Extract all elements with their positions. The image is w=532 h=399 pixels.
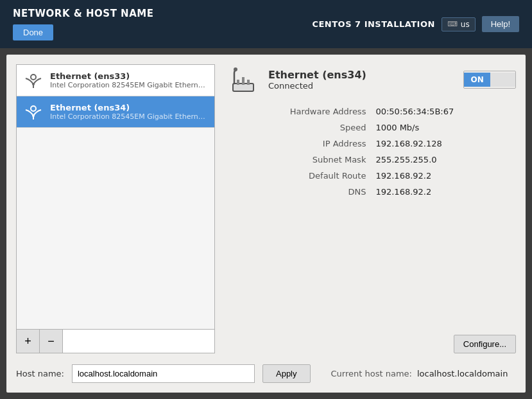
- speed-label: Speed: [228, 121, 366, 134]
- svg-rect-7: [247, 80, 250, 85]
- keyboard-icon: ⌨: [447, 20, 458, 28]
- hostname-input[interactable]: [72, 364, 255, 383]
- add-interface-button[interactable]: +: [17, 330, 40, 353]
- help-button[interactable]: Help!: [482, 16, 519, 32]
- list-buttons: + −: [17, 329, 214, 353]
- page-title: NETWORK & HOST NAME: [13, 8, 153, 19]
- hostname-bar: Host name: Apply Current host name: loca…: [16, 361, 516, 383]
- svg-rect-5: [237, 80, 239, 85]
- default-route-label: Default Route: [228, 169, 366, 182]
- details-interface-name: Ethernet (ens34): [268, 69, 454, 81]
- hardware-address-value: 00:50:56:34:5B:67: [375, 105, 516, 118]
- remove-interface-button[interactable]: −: [40, 330, 63, 353]
- network-icon-ens33: [23, 70, 44, 91]
- title-bar: NETWORK & HOST NAME Done CENTOS 7 INSTAL…: [0, 0, 532, 48]
- svg-point-3: [32, 114, 35, 117]
- interface-info-ens33: Ethernet (ens33) Intel Corporation 82545…: [50, 71, 208, 89]
- toggle-on-label: ON: [464, 73, 490, 87]
- interface-info-ens34: Ethernet (ens34) Intel Corporation 82545…: [50, 103, 208, 121]
- interface-desc-ens33: Intel Corporation 82545EM Gigabit Ethern…: [50, 81, 208, 89]
- details-title-group: Ethernet (ens34) Connected: [268, 69, 454, 91]
- interfaces-panel: Ethernet (ens33) Intel Corporation 82545…: [16, 64, 215, 353]
- svg-point-0: [31, 75, 36, 80]
- hostname-label: Host name:: [16, 369, 64, 378]
- keyboard-layout: us: [461, 20, 470, 29]
- subnet-mask-value: 255.255.255.0: [375, 153, 516, 166]
- details-bottom: Configure...: [228, 335, 516, 353]
- network-icon-ens34: [23, 102, 44, 122]
- apply-button[interactable]: Apply: [262, 364, 311, 383]
- toggle-off-area: [490, 73, 515, 87]
- title-bar-left: NETWORK & HOST NAME Done: [13, 8, 153, 40]
- hardware-address-label: Hardware Address: [228, 105, 366, 118]
- interface-item-ens34[interactable]: Ethernet (ens34) Intel Corporation 82545…: [17, 96, 214, 128]
- current-hostname-value: localhost.localdomain: [417, 369, 508, 378]
- configure-button[interactable]: Configure...: [454, 335, 516, 353]
- current-hostname-section: Current host name: localhost.localdomain: [331, 369, 508, 378]
- current-hostname-label: Current host name:: [331, 369, 412, 378]
- speed-value: 1000 Mb/s: [375, 121, 516, 134]
- interface-desc-ens34: Intel Corporation 82545EM Gigabit Ethern…: [50, 112, 208, 121]
- interface-spacer: [17, 128, 214, 329]
- dns-label: DNS: [228, 185, 366, 199]
- top-section: Ethernet (ens33) Intel Corporation 82545…: [16, 64, 516, 353]
- svg-rect-6: [242, 77, 245, 85]
- details-status: Connected: [268, 81, 454, 91]
- ip-address-label: IP Address: [228, 137, 366, 150]
- interface-name-ens34: Ethernet (ens34): [50, 103, 208, 112]
- default-route-value: 192.168.92.2: [375, 169, 516, 182]
- details-panel: Ethernet (ens34) Connected ON Hardware A…: [228, 64, 516, 353]
- dns-value: 192.168.92.2: [375, 185, 516, 199]
- interface-name-ens33: Ethernet (ens33): [50, 71, 208, 81]
- svg-point-8: [234, 67, 237, 71]
- done-button[interactable]: Done: [13, 24, 53, 40]
- details-header: Ethernet (ens34) Connected ON: [228, 64, 516, 95]
- svg-point-2: [31, 106, 36, 111]
- interface-item-ens33[interactable]: Ethernet (ens33) Intel Corporation 82545…: [17, 65, 214, 96]
- subnet-mask-label: Subnet Mask: [228, 153, 366, 166]
- ip-address-value: 192.168.92.128: [375, 137, 516, 150]
- centos-label: CENTOS 7 INSTALLATION: [312, 19, 434, 29]
- toggle-switch[interactable]: ON: [463, 71, 516, 89]
- keyboard-widget[interactable]: ⌨ us: [442, 17, 476, 31]
- details-table: Hardware Address 00:50:56:34:5B:67 Speed…: [228, 105, 516, 199]
- title-bar-right: CENTOS 7 INSTALLATION ⌨ us Help!: [312, 16, 519, 32]
- svg-point-1: [32, 83, 35, 85]
- ethernet-icon: [228, 64, 259, 95]
- main-content: Ethernet (ens33) Intel Corporation 82545…: [6, 55, 526, 393]
